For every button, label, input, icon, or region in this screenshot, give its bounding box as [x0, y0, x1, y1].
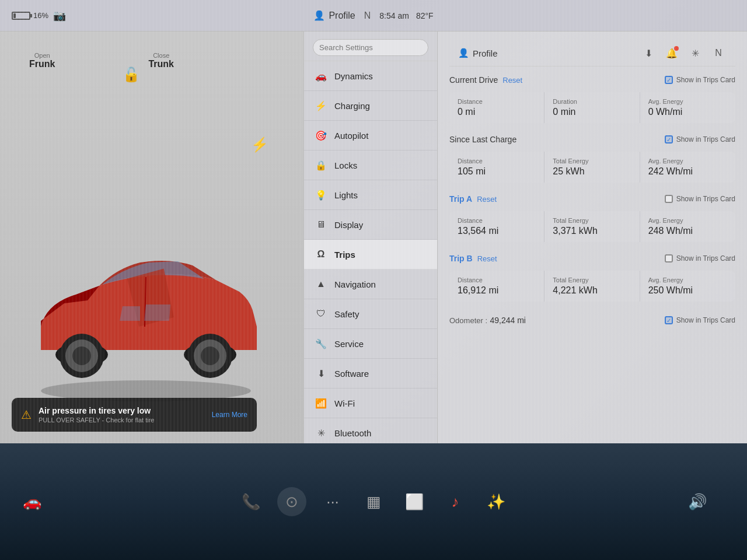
trip-b-distance-label: Distance: [458, 276, 536, 284]
since-last-charge-trips-toggle[interactable]: Show in Trips Card: [665, 135, 735, 144]
current-drive-trips-toggle[interactable]: Show in Trips Card: [665, 76, 735, 84]
temperature-display: 82°F: [416, 11, 434, 20]
menu-safety-label: Safety: [334, 309, 359, 319]
menu-item-autopilot[interactable]: 🎯 Autopilot: [304, 121, 437, 150]
trip-a-title-row: Trip A Reset: [449, 194, 497, 204]
menu-navigation-label: Navigation: [334, 279, 376, 289]
since-charge-distance-value: 105 mi: [458, 166, 536, 177]
right-panel-header: 👤 Profile ⬇ 🔔 ✳ N: [449, 40, 735, 66]
taskbar-circle-icon[interactable]: ⊙: [277, 487, 306, 516]
taskbar-volume-icon[interactable]: 🔊: [683, 487, 712, 516]
since-charge-total-energy-value: 25 kWh: [553, 166, 631, 177]
menu-item-wifi[interactable]: 📶 Wi-Fi: [304, 388, 437, 418]
trip-a-distance-label: Distance: [458, 217, 536, 224]
current-drive-checkbox[interactable]: [665, 76, 673, 84]
frunk-open-label: Open: [34, 52, 50, 59]
trip-a-avg-energy-label: Avg. Energy: [648, 217, 727, 224]
menu-item-service[interactable]: 🔧 Service: [304, 329, 437, 359]
lightning-icon: ⚡: [251, 136, 268, 153]
trip-b-trips-label: Show in Trips Card: [676, 254, 735, 262]
menu-item-trips[interactable]: Ω Trips: [304, 240, 437, 270]
status-profile-button[interactable]: 👤 Profile: [313, 10, 355, 21]
alert-subtitle: PULL OVER SAFELY - Check for flat tire: [39, 416, 205, 424]
taskbar-grid-icon[interactable]: ▦: [359, 487, 388, 516]
trip-b-total-energy-value: 4,221 kWh: [553, 285, 631, 296]
since-charge-avg-energy-value: 242 Wh/mi: [648, 166, 727, 177]
charging-icon: ⚡: [315, 99, 327, 112]
since-last-charge-checkbox[interactable]: [665, 135, 673, 144]
taskbar-phone-icon[interactable]: 📞: [236, 487, 266, 516]
trip-b-trips-toggle[interactable]: Show in Trips Card: [665, 254, 735, 262]
taskbar-sparkle-icon[interactable]: ✨: [481, 487, 511, 516]
menu-item-safety[interactable]: 🛡 Safety: [304, 299, 437, 329]
current-drive-header: Current Drive Reset Show in Trips Card: [449, 72, 735, 88]
alert-warning-icon: ⚠: [21, 408, 32, 422]
trip-a-distance-cell: Distance 13,564 mi: [449, 211, 544, 242]
menu-item-dynamics[interactable]: 🚗 Dynamics: [304, 61, 437, 91]
menu-item-navigation[interactable]: ▲ Navigation: [304, 270, 437, 299]
menu-bluetooth-label: Bluetooth: [334, 428, 371, 438]
status-bar-center: 👤 Profile N 8:54 am 82°F: [193, 10, 554, 21]
trip-b-reset-button[interactable]: Reset: [477, 254, 497, 263]
trips-panel: 👤 Profile ⬇ 🔔 ✳ N Current Drive R: [438, 32, 747, 443]
status-bar-left: 16% 📷: [12, 9, 193, 22]
status-bar: 16% 📷 👤 Profile N 8:54 am 82°F: [0, 0, 747, 32]
signal-icon: N: [364, 10, 371, 21]
trip-a-reset-button[interactable]: Reset: [477, 195, 497, 204]
current-drive-title: Current Drive: [449, 75, 498, 85]
odometer-label: Odometer :: [449, 316, 487, 325]
search-input[interactable]: [313, 39, 428, 56]
menu-item-locks[interactable]: 🔒 Locks: [304, 150, 437, 180]
menu-item-charging[interactable]: ⚡ Charging: [304, 91, 437, 121]
trip-a-title: Trip A: [449, 194, 472, 204]
alert-title: Air pressure in tires very low: [39, 406, 205, 415]
menu-item-bluetooth[interactable]: ✳ Bluetooth: [304, 418, 437, 443]
bell-icon-wrapper[interactable]: 🔔: [664, 45, 680, 61]
odometer-trips-toggle[interactable]: Show in Trips Card: [665, 316, 735, 324]
odometer-checkbox[interactable]: [665, 316, 673, 324]
trip-a-checkbox[interactable]: [665, 195, 673, 203]
alert-learn-more-button[interactable]: Learn More: [212, 411, 247, 419]
taskbar-music-icon[interactable]: ♪: [441, 487, 470, 516]
menu-item-display[interactable]: 🖥 Display: [304, 210, 437, 240]
menu-locks-label: Locks: [334, 160, 357, 170]
current-drive-trips-label: Show in Trips Card: [676, 76, 735, 84]
download-icon[interactable]: ⬇: [640, 45, 657, 61]
menu-service-label: Service: [334, 339, 364, 349]
trip-a-header: Trip A Reset Show in Trips Card: [449, 191, 735, 206]
since-charge-total-energy-label: Total Energy: [553, 158, 631, 164]
trip-a-avg-energy-cell: Avg. Energy 248 Wh/mi: [640, 211, 735, 242]
search-bar[interactable]: [304, 34, 437, 61]
trip-a-trips-toggle[interactable]: Show in Trips Card: [665, 195, 735, 203]
since-last-charge-stats: Distance 105 mi Total Energy 25 kWh Avg.…: [449, 152, 735, 183]
current-drive-stats: Distance 0 mi Duration 0 min Avg. Energy…: [449, 92, 735, 123]
taskbar-car-icon[interactable]: 🚗: [18, 487, 47, 516]
trips-icon: Ω: [315, 248, 327, 261]
battery-indicator: 16%: [12, 11, 48, 20]
since-charge-avg-energy-label: Avg. Energy: [648, 158, 727, 164]
header-icons: ⬇ 🔔 ✳ N: [640, 45, 727, 61]
menu-item-lights[interactable]: 💡 Lights: [304, 180, 437, 210]
menu-item-software[interactable]: ⬇ Software: [304, 359, 437, 388]
frunk-button[interactable]: Open Frunk: [29, 52, 55, 69]
battery-bar: [12, 12, 30, 20]
taskbar-dots-icon[interactable]: ···: [318, 487, 347, 516]
current-drive-energy-label: Avg. Energy: [648, 98, 727, 105]
since-last-charge-header: Since Last Charge Show in Trips Card: [449, 132, 735, 147]
frunk-trunk-controls: Open Frunk Close Trunk: [18, 43, 186, 78]
car-image: [6, 210, 274, 408]
trip-b-checkbox[interactable]: [665, 254, 673, 262]
trunk-close-label: Close: [153, 52, 169, 59]
taskbar-square-icon[interactable]: ⬜: [400, 487, 429, 516]
current-drive-reset-button[interactable]: Reset: [502, 76, 522, 85]
trip-b-title: Trip B: [449, 254, 473, 263]
trip-a-distance-value: 13,564 mi: [458, 226, 536, 236]
bluetooth-header-icon[interactable]: ✳: [687, 45, 703, 61]
notification-dot: [674, 46, 679, 51]
signal-header-icon[interactable]: N: [710, 45, 727, 61]
odometer-display: Odometer : 49,244 mi: [449, 315, 526, 326]
profile-header-button[interactable]: 👤 Profile: [458, 48, 498, 58]
menu-trips-label: Trips: [334, 250, 355, 260]
camera-icon: 📷: [53, 9, 66, 22]
trunk-button[interactable]: Close Trunk: [148, 52, 174, 69]
